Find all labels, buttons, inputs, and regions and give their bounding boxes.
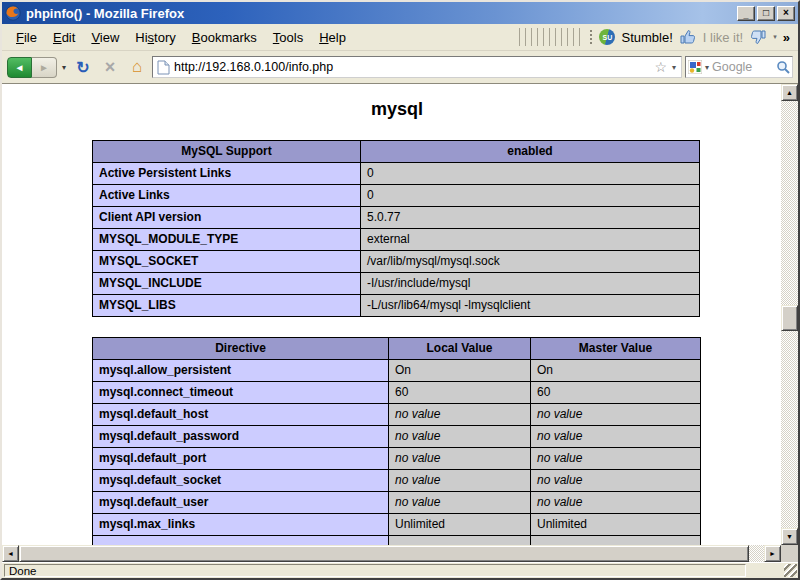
label-cell: mysql.default_user bbox=[93, 492, 389, 514]
menu-history[interactable]: History bbox=[127, 27, 183, 48]
url-input[interactable] bbox=[174, 60, 650, 74]
close-button[interactable]: × bbox=[777, 6, 795, 21]
forward-button[interactable]: ► bbox=[32, 57, 57, 78]
url-bar[interactable]: ☆ ▾ bbox=[152, 56, 682, 78]
value-cell: 60 bbox=[389, 382, 531, 404]
thumbs-up-icon[interactable] bbox=[679, 29, 697, 45]
menu-bookmarks[interactable]: Bookmarks bbox=[184, 27, 265, 48]
value-cell: no value bbox=[389, 448, 531, 470]
value-cell: no value bbox=[389, 492, 531, 514]
value-cell: no value bbox=[531, 426, 701, 448]
toolbar-stripes-decoration bbox=[519, 28, 583, 46]
table-row: MYSQL_SOCKET/var/lib/mysql/mysql.sock bbox=[93, 251, 700, 273]
value-cell: 0 bbox=[361, 185, 700, 207]
value-cell: no value bbox=[531, 448, 701, 470]
scroll-left-button[interactable]: ◄ bbox=[2, 545, 19, 562]
vertical-scrollbar[interactable]: ▲ ▼ bbox=[781, 84, 798, 545]
scroll-right-button[interactable]: ► bbox=[764, 545, 781, 562]
search-box[interactable]: ▾ bbox=[685, 56, 793, 78]
header-row: MySQL Supportenabled bbox=[93, 141, 700, 163]
column-header: Directive bbox=[93, 338, 389, 360]
value-cell: On bbox=[531, 360, 701, 382]
i-like-it-button[interactable]: I like it! bbox=[703, 30, 743, 45]
status-text: Done bbox=[4, 564, 746, 577]
back-forward-group: ◄ ► bbox=[7, 57, 57, 78]
menu-tools[interactable]: Tools bbox=[265, 27, 311, 48]
table-row bbox=[93, 536, 701, 546]
label-cell: Active Links bbox=[93, 185, 361, 207]
resize-grip[interactable] bbox=[784, 564, 797, 577]
table-row: mysql.default_hostno valueno value bbox=[93, 404, 701, 426]
reload-button[interactable]: ↻ bbox=[71, 56, 95, 78]
label-cell: mysql.default_socket bbox=[93, 470, 389, 492]
value-cell: On bbox=[389, 360, 531, 382]
toolbar-overflow-button[interactable]: » bbox=[783, 30, 792, 45]
table-row: mysql.default_portno valueno value bbox=[93, 448, 701, 470]
label-cell: MYSQL_INCLUDE bbox=[93, 273, 361, 295]
label-cell: MYSQL_SOCKET bbox=[93, 251, 361, 273]
home-button[interactable]: ⌂ bbox=[125, 56, 149, 78]
maximize-button[interactable]: □ bbox=[757, 6, 775, 21]
search-input[interactable] bbox=[712, 60, 774, 74]
table-row: Active Links0 bbox=[93, 185, 700, 207]
mysql-support-table: MySQL SupportenabledActive Persistent Li… bbox=[92, 140, 700, 317]
table-row: mysql.max_linksUnlimitedUnlimited bbox=[93, 514, 701, 536]
table-row: mysql.default_userno valueno value bbox=[93, 492, 701, 514]
value-cell: no value bbox=[389, 470, 531, 492]
menu-file[interactable]: File bbox=[8, 27, 45, 48]
firefox-logo-icon bbox=[5, 5, 21, 21]
label-cell: mysql.default_password bbox=[93, 426, 389, 448]
label-cell: MYSQL_MODULE_TYPE bbox=[93, 229, 361, 251]
table-row: MYSQL_LIBS-L/usr/lib64/mysql -lmysqlclie… bbox=[93, 295, 700, 317]
search-engine-dropdown-icon[interactable]: ▾ bbox=[704, 63, 710, 72]
value-cell: -I/usr/include/mysql bbox=[361, 273, 700, 295]
value-cell: no value bbox=[389, 426, 531, 448]
mysql-directive-table: DirectiveLocal ValueMaster Valuemysql.al… bbox=[92, 337, 701, 545]
label-cell: mysql.max_links bbox=[93, 514, 389, 536]
page-title: mysql bbox=[2, 98, 781, 120]
column-header: enabled bbox=[361, 141, 700, 163]
navigation-toolbar: ◄ ► ▾ ↻ × ⌂ ☆ ▾ bbox=[2, 51, 798, 84]
value-cell: external bbox=[361, 229, 700, 251]
stumble-button[interactable]: Stumble! bbox=[621, 30, 672, 45]
table-row: mysql.connect_timeout6060 bbox=[93, 382, 701, 404]
value-cell: 0 bbox=[361, 163, 700, 185]
browser-window: phpinfo() - Mozilla Firefox _ □ × FileEd… bbox=[0, 0, 800, 580]
menu-view[interactable]: View bbox=[83, 27, 127, 48]
horizontal-scrollbar[interactable]: ◄ ► bbox=[2, 545, 781, 562]
title-bar: phpinfo() - Mozilla Firefox _ □ × bbox=[2, 2, 798, 24]
value-cell: Unlimited bbox=[531, 514, 701, 536]
stumbleupon-icon[interactable]: SU bbox=[599, 29, 615, 45]
value-cell: no value bbox=[531, 470, 701, 492]
value-cell: -L/usr/lib64/mysql -lmysqlclient bbox=[361, 295, 700, 317]
search-magnifier-icon[interactable] bbox=[776, 60, 790, 74]
table-row: mysql.default_socketno valueno value bbox=[93, 470, 701, 492]
page-favicon-icon bbox=[157, 60, 170, 75]
value-cell: Unlimited bbox=[389, 514, 531, 536]
scroll-up-button[interactable]: ▲ bbox=[781, 84, 798, 101]
scroll-down-button[interactable]: ▼ bbox=[781, 528, 798, 545]
table-row: mysql.default_passwordno valueno value bbox=[93, 426, 701, 448]
google-engine-icon bbox=[688, 60, 702, 74]
thumbs-down-icon[interactable] bbox=[749, 29, 767, 45]
menu-edit[interactable]: Edit bbox=[45, 27, 83, 48]
vertical-scrollbar-thumb[interactable] bbox=[781, 305, 798, 331]
minimize-button[interactable]: _ bbox=[737, 6, 755, 21]
back-button[interactable]: ◄ bbox=[7, 57, 32, 78]
horizontal-scrollbar-thumb[interactable] bbox=[19, 545, 749, 562]
stumbleupon-toolbar: SU Stumble! I like it! ▾ » bbox=[519, 28, 792, 46]
thumbs-dropdown-icon[interactable]: ▾ bbox=[773, 33, 777, 41]
label-cell: mysql.allow_persistent bbox=[93, 360, 389, 382]
bookmark-star-icon[interactable]: ☆ bbox=[654, 60, 667, 74]
value-cell: /var/lib/mysql/mysql.sock bbox=[361, 251, 700, 273]
stop-button[interactable]: × bbox=[98, 56, 122, 78]
table-row: MYSQL_MODULE_TYPEexternal bbox=[93, 229, 700, 251]
history-dropdown-icon[interactable]: ▾ bbox=[60, 63, 68, 72]
url-dropdown-icon[interactable]: ▾ bbox=[671, 63, 677, 72]
table-row: Active Persistent Links0 bbox=[93, 163, 700, 185]
table-row: Client API version5.0.77 bbox=[93, 207, 700, 229]
menu-help[interactable]: Help bbox=[311, 27, 354, 48]
table-row: mysql.allow_persistentOnOn bbox=[93, 360, 701, 382]
value-cell: no value bbox=[531, 492, 701, 514]
column-header: MySQL Support bbox=[93, 141, 361, 163]
